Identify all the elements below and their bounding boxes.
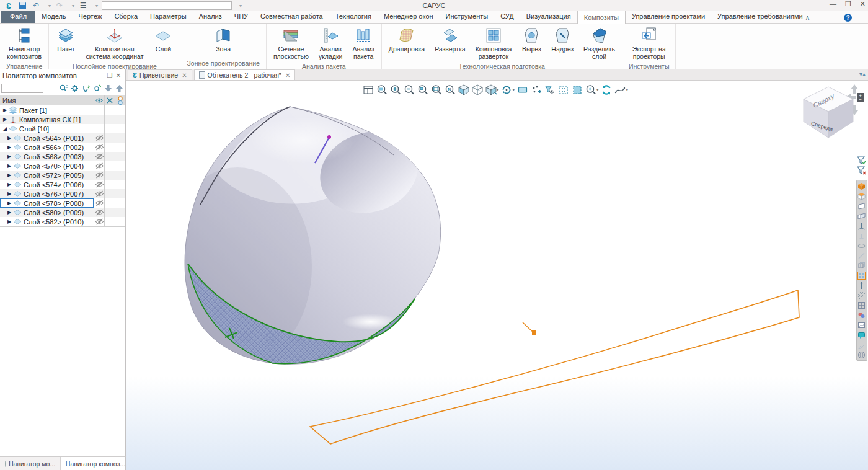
state-cell[interactable]	[115, 133, 125, 143]
menu-tab-композиты[interactable]: Композиты	[577, 11, 626, 24]
expand-icon[interactable]: ▶	[2, 117, 8, 122]
expand-options-icon[interactable]	[81, 83, 91, 93]
search-dropdown-icon[interactable]: ▾	[236, 3, 242, 9]
zoom-selected-icon[interactable]	[416, 83, 429, 96]
materials-icon[interactable]	[857, 311, 866, 319]
state-cell[interactable]	[115, 152, 125, 161]
menu-tab-файл[interactable]: Файл	[1, 11, 35, 23]
visibility-cell[interactable]	[94, 124, 104, 133]
select-window-icon[interactable]	[570, 83, 583, 96]
select-region-icon[interactable]	[557, 83, 570, 96]
search-zoom-icon[interactable]	[584, 83, 597, 96]
menu-tab-анализ[interactable]: Анализ	[193, 11, 228, 23]
menu-tab-управление-требованиями[interactable]: Управление требованиями	[711, 11, 809, 23]
command-search-input[interactable]	[102, 1, 232, 10]
redo-dropdown-icon[interactable]: ▾	[68, 3, 74, 9]
menu-tab-совместная-работа[interactable]: Совместная работа	[254, 11, 329, 23]
visibility-cell[interactable]	[94, 152, 104, 161]
ribbon-button-zone[interactable]: Зона	[209, 25, 237, 55]
menu-tab-модель[interactable]: Модель	[35, 11, 72, 23]
tree-row[interactable]: ▶Пакет [1]	[0, 105, 125, 115]
selection-filter-icon[interactable]	[543, 83, 556, 96]
expand-icon[interactable]: ▶	[6, 154, 12, 159]
menu-tab-управление-проектами[interactable]: Управление проектами	[626, 11, 711, 23]
windows-icon[interactable]	[830, 13, 839, 22]
state-cell[interactable]	[115, 171, 125, 180]
visibility-cell[interactable]	[94, 133, 104, 143]
tree-row[interactable]: ▶Слой <570> (P004)	[0, 161, 125, 171]
visibility-cell[interactable]	[94, 143, 104, 152]
tab-list-icon[interactable]: ▾▴	[859, 71, 866, 78]
expand-icon[interactable]: ▶	[6, 144, 12, 150]
tree-row[interactable]: ▶Слой <564> (P001)	[0, 133, 125, 143]
menu-tab-суд[interactable]: СУД	[494, 11, 520, 23]
filter-apply-icon[interactable]	[857, 156, 867, 165]
tree-row[interactable]: ▶Слой <566> (P002)	[0, 143, 125, 152]
surfaces-icon[interactable]	[857, 211, 866, 220]
annotations-icon[interactable]	[857, 340, 866, 349]
ribbon-button-nesting[interactable]: Компоновка разверток	[471, 25, 516, 61]
state-cell[interactable]	[115, 143, 125, 152]
visibility-cell[interactable]	[94, 217, 104, 226]
hatches-icon[interactable]	[857, 291, 866, 299]
expand-icon[interactable]: ▶	[6, 135, 12, 141]
menu-tab-чертёж[interactable]: Чертёж	[73, 11, 108, 23]
view-orient-icon[interactable]	[484, 83, 497, 96]
state-cell[interactable]	[115, 208, 125, 217]
minimize-button[interactable]: —	[830, 0, 836, 8]
maximize-button[interactable]: ❐	[845, 0, 851, 8]
ribbon-button-package[interactable]: Пакет	[51, 25, 80, 55]
close-panel-icon[interactable]: ✕	[114, 72, 123, 79]
rotate-view-icon[interactable]	[500, 83, 513, 96]
visibility-cell[interactable]	[94, 115, 104, 124]
move-down-icon[interactable]	[103, 83, 113, 93]
view-face-icon[interactable]	[457, 83, 470, 96]
state-cell[interactable]	[115, 189, 125, 198]
menu-tab-параметры[interactable]: Параметры	[144, 11, 193, 23]
ribbon-button-section[interactable]: Сечение плоскостью	[269, 25, 313, 61]
state-cell[interactable]	[115, 180, 125, 189]
visibility-cell[interactable]	[94, 105, 104, 115]
close-button[interactable]: ✕	[860, 0, 866, 8]
tree-row[interactable]: ◢Слой [10]	[0, 124, 125, 133]
expand-icon[interactable]: ▶	[6, 210, 12, 215]
sheet-bodies-icon[interactable]	[857, 192, 866, 200]
panel-tab-1[interactable]: Навигатор композ...	[61, 457, 125, 470]
find-in-tree-icon[interactable]	[58, 83, 68, 93]
ribbon-button-navigator[interactable]: Навигатор композитов	[2, 25, 46, 61]
tree-row[interactable]: ▶Слой <578> (P008)	[0, 198, 125, 208]
components-icon[interactable]	[857, 271, 866, 280]
zoom-out-icon[interactable]	[402, 83, 415, 96]
undo-dropdown-icon[interactable]: ▾	[45, 3, 51, 9]
state-cell[interactable]	[104, 105, 115, 115]
spline-mode-dropdown-icon[interactable]: ▾	[626, 87, 629, 92]
panel-tab-0[interactable]: Навигатор мо...	[0, 457, 61, 470]
search-zoom-dropdown-icon[interactable]: ▾	[596, 87, 599, 92]
state-circles-icon[interactable]	[115, 95, 125, 105]
state-cell[interactable]	[104, 171, 115, 180]
ribbon-button-export-projectors[interactable]: Экспорт на проекторы	[628, 25, 670, 61]
close-tab-icon[interactable]: ✕	[182, 72, 187, 79]
undo-icon[interactable]: ↶	[31, 1, 41, 10]
move-up-icon[interactable]	[114, 83, 124, 93]
tree-row[interactable]: ▶Слой <576> (P007)	[0, 189, 125, 198]
rotate-view-dropdown-icon[interactable]: ▾	[513, 87, 515, 92]
expand-icon[interactable]: ▶	[6, 191, 12, 197]
state-cell[interactable]	[104, 217, 115, 226]
ribbon-button-cutout[interactable]: Вырез	[517, 25, 546, 55]
collapse-ribbon-icon[interactable]: ∧	[803, 13, 812, 22]
state-cell[interactable]	[104, 133, 115, 143]
visibility-cell[interactable]	[94, 208, 104, 217]
zoom-window-icon[interactable]	[375, 83, 388, 96]
wireframes-icon[interactable]	[857, 261, 866, 270]
window-layout-icon[interactable]	[361, 83, 374, 96]
ribbon-button-flatten[interactable]: Развертка	[430, 25, 470, 55]
pictures-icon[interactable]	[857, 321, 866, 329]
graphics-viewport[interactable]: N▾▾▾▾ + − Сверху Спереди	[126, 81, 868, 470]
menu-tab-чпу[interactable]: ЧПУ	[228, 11, 254, 23]
solid-bodies-icon[interactable]	[857, 182, 866, 190]
state-cell[interactable]	[104, 208, 115, 217]
layouts-icon[interactable]	[857, 301, 866, 309]
state-cell[interactable]	[115, 161, 125, 171]
save-icon[interactable]	[17, 1, 27, 10]
